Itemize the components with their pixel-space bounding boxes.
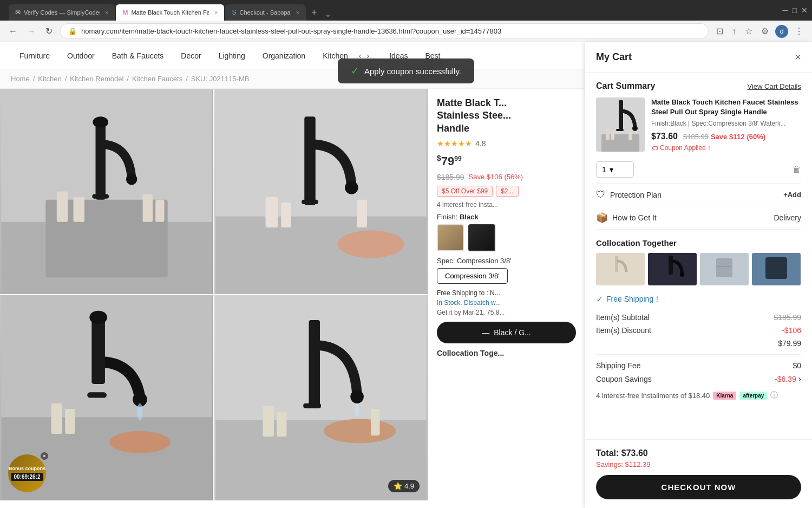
tab-overflow-button[interactable]: ⌄: [323, 8, 333, 21]
coupon-savings-row[interactable]: Coupon Savings -$6.39 ›: [596, 372, 801, 386]
discount-value: -$106: [782, 326, 801, 335]
breadcrumb-sep: /: [65, 75, 67, 83]
add-to-cart-button[interactable]: — Black / G...: [437, 322, 576, 343]
breadcrumb-home[interactable]: Home: [11, 75, 30, 83]
color-swatches: [437, 224, 576, 251]
installments-text: 4 interest-free insta...: [437, 201, 576, 209]
new-tab-button[interactable]: +: [307, 5, 322, 21]
svg-point-25: [137, 403, 142, 420]
product-image-2[interactable]: [214, 89, 428, 294]
svg-rect-34: [303, 403, 321, 408]
toast-message: Apply coupon successfully.: [364, 67, 461, 76]
installment-info: 4 interest-free installments of $18.40 K…: [596, 386, 801, 405]
breadcrumb-faucets[interactable]: Kitchen Faucets: [132, 75, 182, 83]
svg-rect-29: [65, 409, 75, 434]
close-button[interactable]: ✕: [801, 6, 808, 15]
promo-tag-2[interactable]: $2...: [496, 186, 518, 197]
delivery-left: 📦 How to Get It: [596, 212, 657, 224]
promo-tag-1[interactable]: $5 Off Over $99: [437, 186, 493, 197]
delivery-value[interactable]: Delivery: [774, 213, 801, 222]
svg-point-35: [324, 419, 396, 443]
collocation-item-3[interactable]: [700, 253, 749, 285]
checkout-button[interactable]: CHECKOUT NOW: [596, 475, 801, 499]
breadcrumb-kitchen[interactable]: Kitchen: [38, 75, 61, 83]
tab-sapopa[interactable]: S Checkout - Sapopa ×: [225, 4, 306, 21]
nav-item-furniture[interactable]: Furniture: [11, 42, 58, 69]
rating-star: ⭐: [394, 482, 402, 490]
svg-rect-12: [215, 217, 426, 294]
delete-item-button[interactable]: 🗑: [793, 165, 801, 174]
collocation-item-4[interactable]: [752, 253, 801, 285]
cart-item-name: Matte Black Touch Kitchen Faucet Stainle…: [651, 97, 801, 117]
swatch-black[interactable]: [468, 224, 495, 251]
url-bar[interactable]: 🔒 homary.com/item/matte-black-touch-kitc…: [60, 23, 709, 39]
view-cart-link[interactable]: View Cart Details: [748, 82, 801, 90]
rating-badge: ⭐ 4.9: [388, 480, 420, 492]
add-protection-button[interactable]: +Add: [783, 191, 801, 199]
protection-plan-left: 🛡 Protection Plan: [596, 189, 662, 200]
product-image-3[interactable]: × Bonus coupons 00:69:26:2: [0, 295, 213, 500]
nav-item-lighting[interactable]: Lighting: [210, 42, 254, 69]
svg-rect-28: [51, 403, 62, 434]
coupon-expand-icon[interactable]: ›: [798, 374, 801, 384]
cart-title: My Cart: [596, 51, 632, 63]
back-button[interactable]: ←: [6, 24, 19, 38]
cart-item-original-price: $185.99: [683, 133, 709, 141]
breadcrumb-sep: /: [33, 75, 35, 83]
collocation-img-3: [700, 253, 749, 285]
nav-item-decor[interactable]: Decor: [172, 42, 209, 69]
nav-item-bath-faucets[interactable]: Bath & Faucets: [103, 42, 173, 69]
minimize-button[interactable]: ─: [783, 6, 788, 15]
spec-button[interactable]: Compression 3/8': [437, 268, 508, 284]
maximize-button[interactable]: □: [793, 6, 797, 15]
collocation-item-2[interactable]: [648, 253, 697, 285]
coupon-applied-text: Coupon Applied！: [660, 144, 712, 153]
cart-summary-header: Cart Summary View Cart Details: [596, 81, 801, 91]
main-nav: Furniture Outdoor Bath & Faucets Decor L…: [0, 42, 585, 69]
extensions-icon[interactable]: ⚙: [759, 24, 771, 38]
delivery-icon: 📦: [596, 212, 608, 224]
bonus-close[interactable]: ×: [41, 452, 48, 460]
product-image-1[interactable]: [0, 89, 213, 294]
free-shipping-check-icon: ✓: [596, 294, 603, 304]
cart-item-faucet: [596, 97, 645, 152]
product-image-4[interactable]: ⭐ 4.9: [214, 295, 428, 500]
svg-point-23: [89, 311, 107, 324]
bookmark-icon[interactable]: ☆: [743, 24, 755, 38]
collocation-item-1[interactable]: [596, 253, 645, 285]
subtotal-after-discount: $79.99: [778, 339, 801, 348]
menu-icon[interactable]: ⋮: [793, 24, 806, 38]
cast-icon[interactable]: ⊡: [714, 24, 725, 38]
qty-dropdown-icon: ▾: [610, 165, 613, 174]
coupon-applied-badge: 🏷 Coupon Applied！: [651, 144, 801, 153]
quantity-selector[interactable]: 1 ▾: [596, 161, 634, 178]
tab-label: Checkout - Sapopa: [239, 9, 290, 16]
cart-close-button[interactable]: ×: [795, 51, 801, 63]
qty-value: 1: [602, 165, 606, 174]
tab-close[interactable]: ×: [105, 9, 108, 16]
tab-simpycodes[interactable]: ✉ Verify Codes — SimplyCodes ×: [9, 4, 115, 21]
breadcrumb-remodel[interactable]: Kitchen Remodel: [70, 75, 123, 83]
klarna-logo: Klarna: [713, 392, 736, 400]
forward-button[interactable]: →: [25, 24, 38, 38]
share-icon[interactable]: ↑: [730, 24, 738, 38]
tab-close[interactable]: ×: [296, 9, 299, 16]
nav-item-outdoor[interactable]: Outdoor: [58, 42, 103, 69]
svg-point-26: [109, 431, 171, 453]
protection-plan-label: Protection Plan: [610, 191, 662, 199]
profile-icon[interactable]: d: [775, 25, 788, 38]
product-info: Matte Black T...Stainless Stee...Handle …: [428, 89, 585, 500]
bonus-label: Bonus coupons: [9, 466, 45, 472]
tab-homary[interactable]: M Matte Black Touch Kitchen Faucet St...…: [116, 4, 224, 21]
svg-rect-38: [277, 412, 286, 437]
installment-info-icon[interactable]: ⓘ: [770, 390, 778, 400]
tab-close[interactable]: ×: [214, 9, 218, 16]
coupon-icon: 🏷: [651, 145, 658, 152]
cart-item-label: Black / G...: [494, 328, 531, 337]
nav-item-organization[interactable]: Organization: [254, 42, 314, 69]
discount-label: Item(s) Discount: [596, 326, 651, 335]
current-price: $7999: [437, 154, 462, 168]
cart-item-spec: Finish:Black | Spec:Compression 3/8' Wat…: [651, 119, 801, 128]
reload-button[interactable]: ↻: [43, 24, 55, 38]
swatch-gold[interactable]: [437, 224, 464, 251]
